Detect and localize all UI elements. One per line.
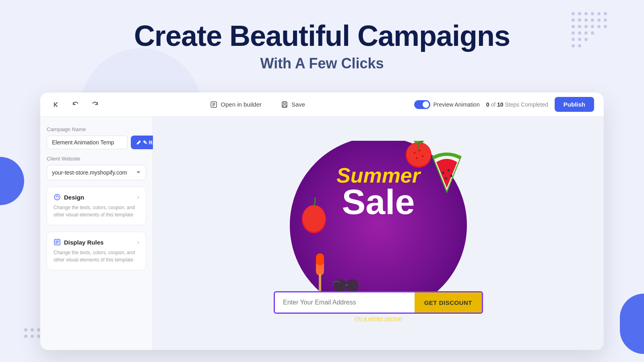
- display-rules-card-chevron: ›: [137, 239, 139, 246]
- campaign-name-label: Campaign Name: [47, 126, 146, 132]
- client-website-select[interactable]: your-test-store.myshopify.com: [47, 165, 146, 180]
- svg-point-16: [448, 169, 450, 172]
- save-button[interactable]: Save: [276, 99, 310, 111]
- app-window: Open in builder Save Preview Animation 0: [40, 93, 604, 350]
- preview-animation-toggle[interactable]: Preview Animation: [414, 100, 480, 109]
- display-rules-card-desc: Change the texts, colors, coupon, and ot…: [54, 249, 139, 263]
- display-rules-card-header: Display Rules ›: [54, 239, 139, 246]
- toggle-switch[interactable]: [414, 100, 430, 109]
- mango-decoration: [298, 197, 330, 237]
- design-icon: [54, 193, 61, 201]
- popsicle-decoration: [310, 253, 330, 294]
- campaign-name-field: Campaign Name ✎ Rename: [47, 126, 146, 149]
- redo-button[interactable]: [89, 98, 101, 111]
- sale-text: Sale: [314, 186, 443, 218]
- design-card-header: Design ›: [54, 193, 139, 201]
- open-in-builder-button[interactable]: Open in builder: [205, 99, 266, 111]
- campaign-name-row: ✎ Rename: [47, 136, 146, 149]
- campaign-card: Summer Sale GET DISCOUNT I'm a winter pe…: [266, 141, 491, 326]
- back-button[interactable]: [50, 98, 63, 111]
- decorative-blue-curve-left: [0, 157, 24, 205]
- svg-rect-0: [54, 102, 55, 107]
- toolbar-left: [50, 98, 101, 111]
- client-website-field: Client Website your-test-store.myshopify…: [47, 156, 146, 180]
- email-input[interactable]: [275, 292, 415, 313]
- svg-rect-23: [319, 274, 321, 292]
- undo-button[interactable]: [69, 98, 82, 111]
- steps-info: 0 of 10 Steps Completed: [486, 101, 548, 108]
- publish-button[interactable]: Publish: [555, 97, 594, 112]
- sidebar: Campaign Name ✎ Rename Client Website yo…: [40, 117, 153, 350]
- hero-subtitle: With A Few Clicks: [0, 55, 644, 72]
- hero-section: Create Beautiful Campaigns With A Few Cl…: [0, 0, 644, 72]
- toolbar-right: Preview Animation 0 of 10 Steps Complete…: [414, 97, 594, 112]
- display-rules-card[interactable]: Display Rules › Change the texts, colors…: [47, 232, 146, 270]
- svg-point-11: [419, 150, 420, 151]
- sale-text-container: Summer Sale: [314, 165, 443, 218]
- watermelon-decoration: [427, 149, 467, 197]
- svg-point-13: [416, 157, 417, 159]
- content-area: Campaign Name ✎ Rename Client Website yo…: [40, 117, 604, 350]
- svg-point-20: [303, 205, 325, 232]
- design-card-desc: Change the texts, colors, coupon, and ot…: [54, 204, 139, 218]
- toggle-knob: [423, 101, 429, 108]
- svg-point-12: [422, 155, 423, 157]
- preview-area: Summer Sale GET DISCOUNT I'm a winter pe…: [153, 117, 604, 350]
- email-form: GET DISCOUNT: [274, 291, 483, 314]
- svg-point-15: [442, 172, 444, 174]
- svg-point-18: [450, 175, 452, 177]
- svg-point-25: [346, 279, 359, 292]
- get-discount-button[interactable]: GET DISCOUNT: [415, 292, 482, 313]
- toolbar: Open in builder Save Preview Animation 0: [40, 93, 604, 117]
- design-card[interactable]: Design › Change the texts, colors, coupo…: [47, 187, 146, 225]
- svg-rect-22: [316, 253, 324, 265]
- campaign-name-input[interactable]: [47, 136, 128, 149]
- design-card-chevron: ›: [137, 193, 139, 201]
- decorative-blue-curve-right: [620, 294, 644, 354]
- svg-point-10: [414, 152, 415, 154]
- display-rules-icon: [54, 239, 61, 246]
- hero-title: Create Beautiful Campaigns: [0, 20, 644, 52]
- winter-person-link[interactable]: I'm a winter person: [355, 315, 402, 322]
- svg-point-17: [445, 177, 447, 180]
- svg-point-5: [54, 194, 60, 200]
- display-rules-card-title: Display Rules: [54, 239, 103, 246]
- svg-rect-3: [283, 102, 286, 104]
- email-form-inner: GET DISCOUNT: [274, 291, 483, 314]
- design-card-title: Design: [54, 193, 84, 201]
- toolbar-center: Open in builder Save: [101, 99, 414, 111]
- client-website-label: Client Website: [47, 156, 146, 162]
- svg-point-6: [57, 198, 58, 199]
- svg-rect-4: [283, 105, 286, 107]
